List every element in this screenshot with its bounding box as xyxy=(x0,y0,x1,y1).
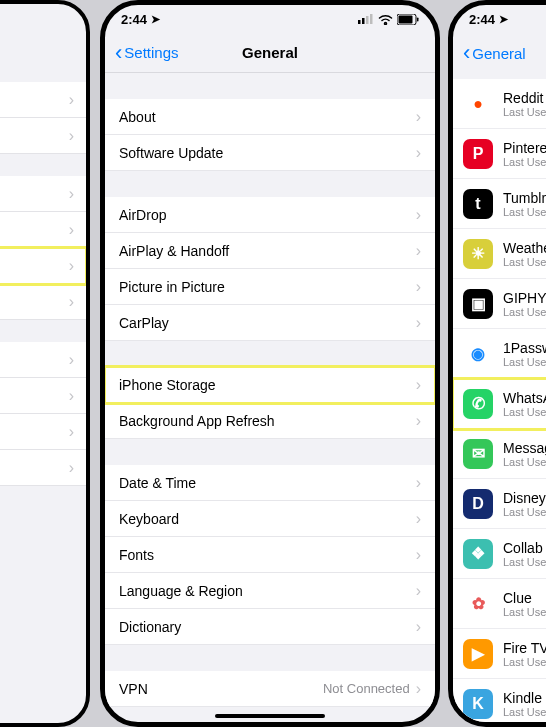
app-row[interactable]: ▶Fire TVLast Used: xyxy=(453,629,546,679)
chevron-right-icon: › xyxy=(416,242,421,260)
app-name: Clue xyxy=(503,590,546,606)
app-sub: Last Used: xyxy=(503,456,546,468)
chevron-right-icon: › xyxy=(416,618,421,636)
app-row[interactable]: ✿ClueLast Used: xyxy=(453,579,546,629)
settings-row[interactable]: Fonts› xyxy=(105,537,435,573)
app-sub: Last Used: xyxy=(503,256,546,268)
time-text: 2:44 xyxy=(121,12,147,27)
app-icon: ● xyxy=(463,89,493,119)
settings-row[interactable]: Date & Time› xyxy=(105,465,435,501)
app-sub: Last Used: xyxy=(503,506,546,518)
row-label: Keyboard xyxy=(119,511,416,527)
app-name: Collab xyxy=(503,540,546,556)
back-button[interactable]: ‹ General xyxy=(463,42,526,64)
row-label: CarPlay xyxy=(119,315,416,331)
chevron-right-icon: › xyxy=(416,412,421,430)
app-row[interactable]: ●RedditLast Used: xyxy=(453,79,546,129)
chevron-left-icon: ‹ xyxy=(463,42,470,64)
app-row[interactable]: tTumblrLast Used: xyxy=(453,179,546,229)
chevron-right-icon: › xyxy=(69,459,74,477)
left-row[interactable]: › xyxy=(0,342,86,378)
app-sub: Last Used: xyxy=(503,656,546,668)
chevron-right-icon: › xyxy=(69,423,74,441)
app-name: Disney+ xyxy=(503,490,546,506)
app-sub: Last Used: xyxy=(503,606,546,618)
chevron-right-icon: › xyxy=(69,221,74,239)
settings-row[interactable]: iPhone Storage› xyxy=(105,367,435,403)
left-row[interactable]: › xyxy=(0,284,86,320)
left-row[interactable]: › xyxy=(0,118,86,154)
app-row[interactable]: KKindleLast Used: xyxy=(453,679,546,727)
app-sub: Last Used: xyxy=(503,156,546,168)
status-bar: 2:44 ➤ xyxy=(105,5,435,33)
chevron-right-icon: › xyxy=(416,206,421,224)
group-gap xyxy=(105,73,435,99)
chevron-right-icon: › xyxy=(69,185,74,203)
left-row[interactable]: › xyxy=(0,82,86,118)
app-text: PinterestLast Used: xyxy=(503,140,546,168)
settings-row[interactable]: CarPlay› xyxy=(105,305,435,341)
settings-row[interactable]: Keyboard› xyxy=(105,501,435,537)
app-name: Kindle xyxy=(503,690,546,706)
wifi-icon xyxy=(378,14,393,25)
left-row[interactable]: › xyxy=(0,212,86,248)
row-label: Date & Time xyxy=(119,475,416,491)
settings-row[interactable]: Software Update› xyxy=(105,135,435,171)
left-row[interactable]: › xyxy=(0,378,86,414)
app-row[interactable]: ✆WhatsAppLast Used: xyxy=(453,379,546,429)
app-row[interactable]: ✉MessagesLast Used: xyxy=(453,429,546,479)
left-row[interactable]: › xyxy=(0,414,86,450)
chevron-right-icon: › xyxy=(69,127,74,145)
left-row[interactable]: › xyxy=(0,176,86,212)
app-name: 1Password xyxy=(503,340,546,356)
back-label: General xyxy=(472,45,525,62)
group-gap xyxy=(105,645,435,671)
settings-row[interactable]: About› xyxy=(105,99,435,135)
back-button[interactable]: ‹ Settings xyxy=(115,42,179,64)
app-row[interactable]: DDisney+Last Used: xyxy=(453,479,546,529)
settings-row[interactable]: AirDrop› xyxy=(105,197,435,233)
nav-bar: ‹ Settings General xyxy=(105,33,435,73)
app-icon: ▣ xyxy=(463,289,493,319)
app-icon: ☀ xyxy=(463,239,493,269)
settings-row[interactable]: AirPlay & Handoff› xyxy=(105,233,435,269)
chevron-right-icon: › xyxy=(416,376,421,394)
svg-rect-6 xyxy=(417,17,419,21)
chevron-right-icon: › xyxy=(416,680,421,698)
chevron-right-icon: › xyxy=(69,91,74,109)
left-row-highlighted[interactable]: › xyxy=(0,248,86,284)
app-row[interactable]: ◉1PasswordLast Used: xyxy=(453,329,546,379)
settings-row[interactable]: Picture in Picture› xyxy=(105,269,435,305)
row-label: Software Update xyxy=(119,145,416,161)
settings-row[interactable]: Dictionary› xyxy=(105,609,435,645)
svg-rect-2 xyxy=(366,16,369,24)
app-sub: Last Used: xyxy=(503,406,546,418)
app-sub: Last Used: xyxy=(503,706,546,718)
status-bar: 2:44 ➤ xyxy=(453,5,546,33)
app-row[interactable]: ☀WeatherLast Used: xyxy=(453,229,546,279)
app-text: CollabLast Used: xyxy=(503,540,546,568)
settings-list: About›Software Update›AirDrop›AirPlay & … xyxy=(105,73,435,707)
app-icon: D xyxy=(463,489,493,519)
svg-rect-3 xyxy=(370,14,373,24)
app-row[interactable]: ❖CollabLast Used: xyxy=(453,529,546,579)
row-label: Background App Refresh xyxy=(119,413,416,429)
chevron-right-icon: › xyxy=(416,108,421,126)
phone-right-partial: 2:44 ➤ ‹ General ●RedditLast Used:PPinte… xyxy=(448,0,546,727)
app-text: WeatherLast Used: xyxy=(503,240,546,268)
settings-row[interactable]: VPNNot Connected› xyxy=(105,671,435,707)
app-icon: ▶ xyxy=(463,639,493,669)
settings-row[interactable]: Background App Refresh› xyxy=(105,403,435,439)
svg-rect-0 xyxy=(358,20,361,24)
app-row[interactable]: PPinterestLast Used: xyxy=(453,129,546,179)
chevron-right-icon: › xyxy=(416,546,421,564)
app-name: WhatsApp xyxy=(503,390,546,406)
phone-center: 2:44 ➤ ‹ Settings General About›Software… xyxy=(100,0,440,727)
location-arrow-icon: ➤ xyxy=(151,13,160,26)
app-row[interactable]: ▣GIPHYLast Used: xyxy=(453,279,546,329)
home-indicator[interactable] xyxy=(215,714,325,718)
left-rows: › › › › › › › › › › xyxy=(0,82,86,486)
settings-row[interactable]: Language & Region› xyxy=(105,573,435,609)
left-row[interactable]: › xyxy=(0,450,86,486)
app-text: GIPHYLast Used: xyxy=(503,290,546,318)
